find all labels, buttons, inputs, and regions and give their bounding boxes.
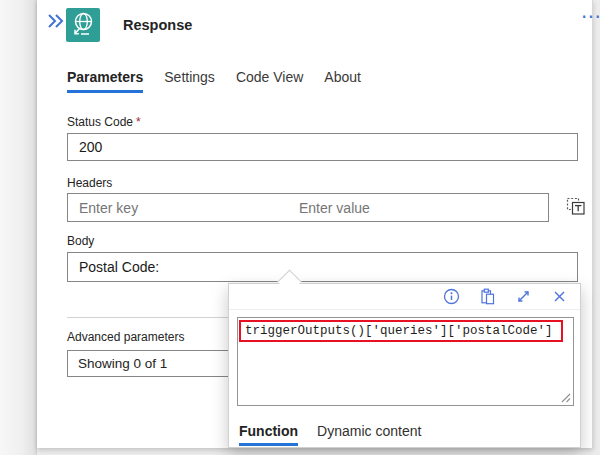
resize-handle-icon[interactable] xyxy=(559,391,571,403)
expression-input-area[interactable]: triggerOutputs()['queries']['postalCode'… xyxy=(237,317,574,406)
expression-editor-callout: triggerOutputs()['queries']['postalCode'… xyxy=(228,283,581,448)
tab-function[interactable]: Function xyxy=(239,423,298,446)
collapse-panel-button[interactable] xyxy=(47,13,65,29)
status-code-label: Status Code* xyxy=(67,115,141,129)
more-actions-button[interactable]: ⋯ xyxy=(581,4,600,28)
text-mode-icon xyxy=(566,196,586,216)
tab-parameters[interactable]: Parameters xyxy=(67,69,143,93)
panel-tabs: Parameters Settings Code View About xyxy=(67,69,382,93)
tab-dynamic-content[interactable]: Dynamic content xyxy=(317,423,421,446)
info-icon[interactable] xyxy=(443,288,460,305)
expression-popup-tabs: Function Dynamic content xyxy=(239,423,440,446)
advanced-parameters-label: Advanced parameters xyxy=(67,330,184,344)
close-icon[interactable] xyxy=(551,288,568,305)
action-title: Response xyxy=(123,17,192,33)
header-key-input[interactable] xyxy=(68,194,288,221)
tab-settings[interactable]: Settings xyxy=(164,69,215,93)
expression-text[interactable]: triggerOutputs()['queries']['postalCode'… xyxy=(245,324,553,338)
body-input[interactable] xyxy=(67,252,578,282)
status-code-label-text: Status Code xyxy=(67,115,133,129)
response-action-icon xyxy=(66,8,100,42)
double-chevron-right-icon xyxy=(47,13,65,29)
tab-about[interactable]: About xyxy=(324,69,361,93)
status-code-input[interactable] xyxy=(67,133,578,161)
header-value-input[interactable] xyxy=(288,194,548,221)
paste-icon[interactable] xyxy=(479,288,496,305)
headers-label: Headers xyxy=(67,176,112,190)
collapsed-canvas-strip xyxy=(0,0,37,455)
globe-response-icon xyxy=(66,8,100,42)
expression-toolbar xyxy=(229,284,580,310)
expand-icon[interactable] xyxy=(515,288,532,305)
expression-highlight-box: triggerOutputs()['queries']['postalCode'… xyxy=(239,320,563,342)
switch-to-text-mode-button[interactable] xyxy=(566,196,586,216)
body-label: Body xyxy=(67,234,94,248)
required-asterisk: * xyxy=(136,115,141,129)
headers-key-value-table xyxy=(67,193,549,222)
logic-apps-designer-panel: Response ⋯ Parameters Settings Code View… xyxy=(0,0,600,455)
tab-code-view[interactable]: Code View xyxy=(236,69,303,93)
